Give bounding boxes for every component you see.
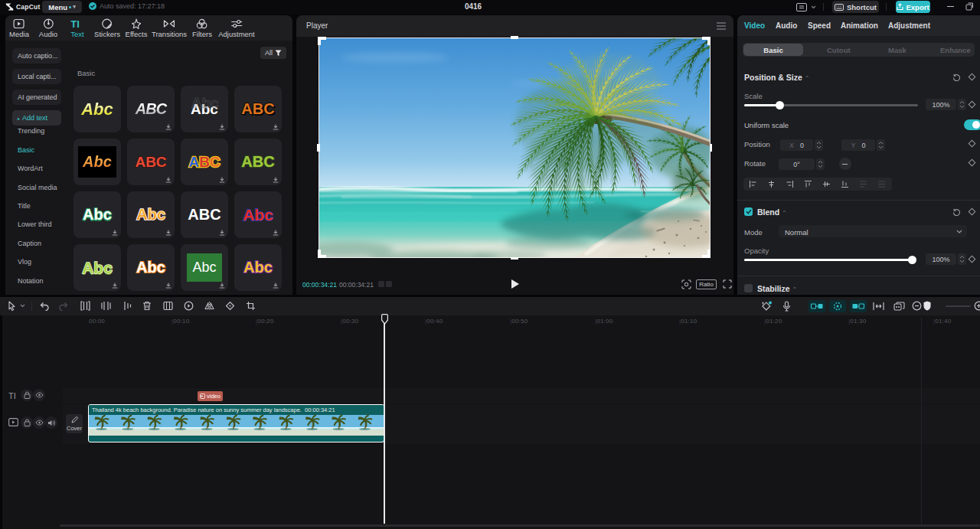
svg-text:TI: TI bbox=[8, 391, 16, 400]
svg-text:TI: TI bbox=[71, 18, 80, 29]
